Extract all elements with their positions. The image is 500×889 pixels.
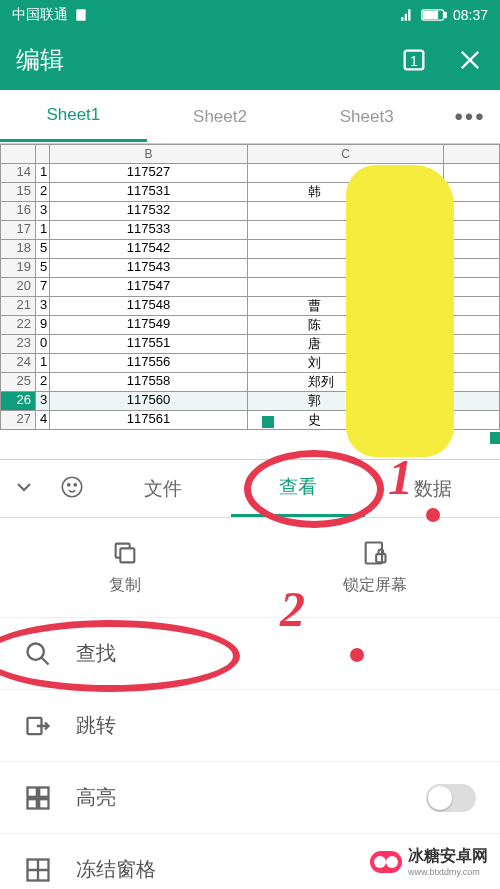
assistant-button[interactable] bbox=[48, 474, 96, 504]
svg-rect-14 bbox=[28, 787, 37, 796]
page-title: 编辑 bbox=[16, 44, 64, 76]
row-header[interactable]: 27 bbox=[0, 411, 36, 430]
freeze-icon bbox=[24, 856, 52, 884]
cell-b[interactable]: 117533 bbox=[50, 221, 248, 240]
selection-handle-right[interactable] bbox=[490, 432, 500, 444]
selection-handle-left[interactable] bbox=[262, 416, 274, 428]
red-number-2: 2 bbox=[280, 580, 305, 638]
svg-point-12 bbox=[28, 643, 44, 659]
panel-tabs: 文件 查看 数据 bbox=[0, 460, 500, 518]
status-bar: 中国联通 08:37 bbox=[0, 0, 500, 30]
cell-b[interactable]: 117548 bbox=[50, 297, 248, 316]
tab-count-icon[interactable]: 1 bbox=[400, 46, 428, 74]
svg-rect-3 bbox=[424, 12, 438, 19]
goto-menu-item[interactable]: 跳转 bbox=[0, 690, 500, 762]
cell-b[interactable]: 117556 bbox=[50, 354, 248, 373]
cell-a[interactable]: 1 bbox=[36, 354, 50, 373]
search-menu-item[interactable]: 查找 bbox=[0, 618, 500, 690]
collapse-button[interactable] bbox=[0, 475, 48, 503]
close-icon[interactable] bbox=[456, 46, 484, 74]
row-header[interactable]: 16 bbox=[0, 202, 36, 221]
row-header[interactable]: 14 bbox=[0, 164, 36, 183]
row-header[interactable]: 15 bbox=[0, 183, 36, 202]
highlight-toggle[interactable] bbox=[426, 784, 476, 812]
row-header[interactable]: 17 bbox=[0, 221, 36, 240]
cell-a[interactable]: 3 bbox=[36, 202, 50, 221]
sheet-tab-2[interactable]: Sheet2 bbox=[147, 93, 294, 141]
cell-a[interactable]: 1 bbox=[36, 164, 50, 183]
highlight-menu-item[interactable]: 高亮 bbox=[0, 762, 500, 834]
svg-rect-0 bbox=[76, 9, 85, 21]
lock-screen-icon bbox=[361, 539, 389, 567]
highlight-icon bbox=[24, 784, 52, 812]
action-row: 复制 锁定屏幕 bbox=[0, 518, 500, 618]
col-header-d[interactable] bbox=[444, 144, 500, 164]
bottom-panel: 文件 查看 数据 复制 锁定屏幕 查找 跳转 高亮 冻结窗格 bbox=[0, 459, 500, 889]
col-header-c[interactable]: C bbox=[248, 144, 444, 164]
cell-b[interactable]: 117543 bbox=[50, 259, 248, 278]
watermark: 冰糖安卓网 www.btxtdmy.com bbox=[370, 846, 488, 877]
panel-tab-file[interactable]: 文件 bbox=[96, 462, 231, 516]
watermark-url: www.btxtdmy.com bbox=[408, 867, 488, 877]
goto-icon bbox=[24, 712, 52, 740]
copy-icon bbox=[111, 539, 139, 567]
row-header[interactable]: 25 bbox=[0, 373, 36, 392]
svg-text:1: 1 bbox=[410, 53, 418, 69]
sheet-tab-3[interactable]: Sheet3 bbox=[293, 93, 440, 141]
cell-a[interactable]: 9 bbox=[36, 316, 50, 335]
row-header[interactable]: 21 bbox=[0, 297, 36, 316]
cell-a[interactable]: 4 bbox=[36, 411, 50, 430]
cell-b[interactable]: 117531 bbox=[50, 183, 248, 202]
svg-rect-16 bbox=[28, 799, 37, 808]
cell-b[interactable]: 117527 bbox=[50, 164, 248, 183]
cell-a[interactable]: 5 bbox=[36, 240, 50, 259]
cell-d[interactable] bbox=[444, 164, 500, 183]
row-header[interactable]: 19 bbox=[0, 259, 36, 278]
copy-action[interactable]: 复制 bbox=[0, 518, 250, 617]
svg-point-8 bbox=[74, 483, 76, 485]
title-bar: 编辑 1 bbox=[0, 30, 500, 90]
battery-icon bbox=[421, 8, 447, 22]
sim-icon bbox=[74, 8, 88, 22]
red-dot-2 bbox=[350, 648, 364, 662]
cell-b[interactable]: 117542 bbox=[50, 240, 248, 259]
cell-b[interactable]: 117558 bbox=[50, 373, 248, 392]
svg-point-7 bbox=[68, 483, 70, 485]
svg-rect-2 bbox=[444, 12, 446, 17]
cell-a[interactable]: 2 bbox=[36, 183, 50, 202]
col-header-a[interactable] bbox=[36, 144, 50, 164]
cell-b[interactable]: 117549 bbox=[50, 316, 248, 335]
row-header[interactable]: 24 bbox=[0, 354, 36, 373]
yellow-highlight-annotation bbox=[346, 165, 454, 457]
svg-rect-15 bbox=[39, 787, 48, 796]
cell-b[interactable]: 117547 bbox=[50, 278, 248, 297]
cell-a[interactable]: 5 bbox=[36, 259, 50, 278]
cell-a[interactable]: 2 bbox=[36, 373, 50, 392]
svg-rect-17 bbox=[39, 799, 48, 808]
cell-b[interactable]: 117561 bbox=[50, 411, 248, 430]
cell-a[interactable]: 7 bbox=[36, 278, 50, 297]
freeze-label: 冻结窗格 bbox=[76, 856, 156, 883]
row-header[interactable]: 23 bbox=[0, 335, 36, 354]
cell-a[interactable]: 1 bbox=[36, 221, 50, 240]
watermark-text: 冰糖安卓网 bbox=[408, 846, 488, 867]
cell-a[interactable]: 3 bbox=[36, 297, 50, 316]
row-header[interactable]: 26 bbox=[0, 392, 36, 411]
cell-a[interactable]: 0 bbox=[36, 335, 50, 354]
carrier-label: 中国联通 bbox=[12, 6, 68, 24]
row-header[interactable]: 22 bbox=[0, 316, 36, 335]
row-header[interactable]: 20 bbox=[0, 278, 36, 297]
time-label: 08:37 bbox=[453, 7, 488, 23]
sheet-more-button[interactable]: ••• bbox=[440, 103, 500, 131]
col-header-b[interactable]: B bbox=[50, 144, 248, 164]
cell-b[interactable]: 117560 bbox=[50, 392, 248, 411]
cell-b[interactable]: 117532 bbox=[50, 202, 248, 221]
signal-icon bbox=[399, 8, 415, 22]
panel-tab-view[interactable]: 查看 bbox=[231, 460, 366, 517]
copy-label: 复制 bbox=[109, 575, 141, 596]
sheet-tab-1[interactable]: Sheet1 bbox=[0, 91, 147, 142]
search-label: 查找 bbox=[76, 640, 116, 667]
cell-b[interactable]: 117551 bbox=[50, 335, 248, 354]
row-header[interactable]: 18 bbox=[0, 240, 36, 259]
cell-a[interactable]: 3 bbox=[36, 392, 50, 411]
